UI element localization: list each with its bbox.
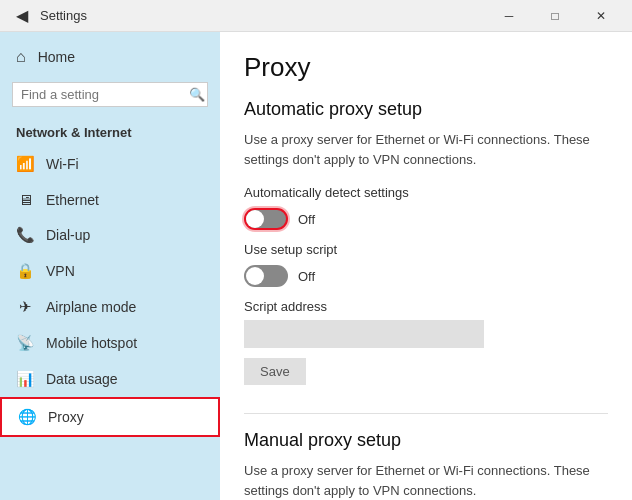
back-button[interactable]: ◀ [8, 2, 36, 30]
sidebar-item-airplane[interactable]: ✈ Airplane mode [0, 289, 220, 325]
use-script-row: Off [244, 265, 608, 287]
use-script-toggle[interactable] [244, 265, 288, 287]
vpn-icon: 🔒 [16, 262, 34, 280]
save-button[interactable]: Save [244, 358, 306, 385]
sidebar-section-title: Network & Internet [0, 115, 220, 146]
page-title: Proxy [244, 52, 608, 83]
search-box: 🔍 [12, 82, 208, 107]
search-icon: 🔍 [189, 87, 205, 102]
wifi-icon: 📶 [16, 155, 34, 173]
manual-section-title: Manual proxy setup [244, 430, 608, 451]
script-address-label: Script address [244, 299, 608, 314]
use-script-value: Off [298, 269, 315, 284]
section-divider [244, 413, 608, 414]
datausage-icon: 📊 [16, 370, 34, 388]
sidebar-item-dialup[interactable]: 📞 Dial-up [0, 217, 220, 253]
sidebar-item-hotspot[interactable]: 📡 Mobile hotspot [0, 325, 220, 361]
auto-detect-toggle[interactable] [244, 208, 288, 230]
use-script-label: Use setup script [244, 242, 608, 257]
title-bar: ◀ Settings ─ □ ✕ [0, 0, 632, 32]
sidebar-item-ethernet[interactable]: 🖥 Ethernet [0, 182, 220, 217]
window-controls: ─ □ ✕ [486, 0, 624, 32]
sidebar-item-datausage[interactable]: 📊 Data usage [0, 361, 220, 397]
sidebar: ⌂ Home 🔍 Network & Internet 📶 Wi-Fi 🖥 Et… [0, 32, 220, 500]
toggle-thumb [246, 267, 264, 285]
ethernet-icon: 🖥 [16, 191, 34, 208]
auto-detect-value: Off [298, 212, 315, 227]
hotspot-icon: 📡 [16, 334, 34, 352]
proxy-icon: 🌐 [18, 408, 36, 426]
auto-detect-row: Off [244, 208, 608, 230]
search-input[interactable] [21, 87, 189, 102]
window-title: Settings [40, 8, 486, 23]
home-icon: ⌂ [16, 48, 26, 66]
content-area: Proxy Automatic proxy setup Use a proxy … [220, 32, 632, 500]
minimize-button[interactable]: ─ [486, 0, 532, 32]
automatic-section-title: Automatic proxy setup [244, 99, 608, 120]
toggle-thumb [246, 210, 264, 228]
dialup-icon: 📞 [16, 226, 34, 244]
main-layout: ⌂ Home 🔍 Network & Internet 📶 Wi-Fi 🖥 Et… [0, 32, 632, 500]
sidebar-item-vpn[interactable]: 🔒 VPN [0, 253, 220, 289]
close-button[interactable]: ✕ [578, 0, 624, 32]
maximize-button[interactable]: □ [532, 0, 578, 32]
automatic-section-desc: Use a proxy server for Ethernet or Wi-Fi… [244, 130, 608, 169]
sidebar-item-wifi[interactable]: 📶 Wi-Fi [0, 146, 220, 182]
sidebar-item-proxy[interactable]: 🌐 Proxy [0, 397, 220, 437]
auto-detect-label: Automatically detect settings [244, 185, 608, 200]
manual-section-desc: Use a proxy server for Ethernet or Wi-Fi… [244, 461, 608, 500]
airplane-icon: ✈ [16, 298, 34, 316]
script-address-input[interactable] [244, 320, 484, 348]
sidebar-item-home[interactable]: ⌂ Home [0, 40, 220, 74]
